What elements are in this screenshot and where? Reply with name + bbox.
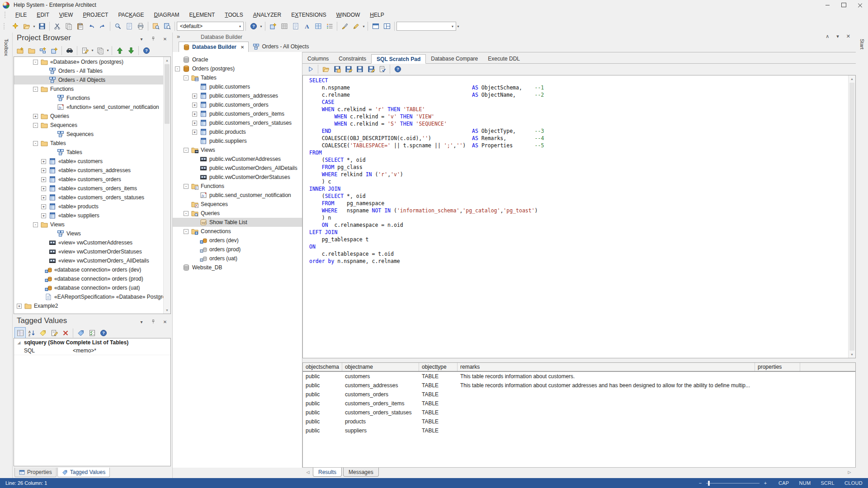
result-row[interactable]: publiccustomers_ordersTABLE: [303, 390, 855, 399]
dbbuilder-tree-item[interactable]: Website_DB: [173, 263, 302, 272]
dbbuilder-tree-item[interactable]: Oracle: [173, 55, 302, 64]
collapse-icon[interactable]: -: [33, 60, 38, 65]
dbbuilder-tree-item[interactable]: -Connections: [173, 227, 302, 236]
project-tree-item[interactable]: «database connection» orders (dev): [14, 265, 170, 274]
pin-icon[interactable]: [150, 319, 156, 325]
panel-menu-icon[interactable]: ▾: [138, 319, 145, 325]
expand-icon[interactable]: +: [17, 304, 22, 309]
collapse-icon[interactable]: -: [33, 222, 38, 227]
text-style-button[interactable]: A: [301, 21, 312, 32]
tab-results[interactable]: Results: [313, 468, 342, 477]
subtab-database-compare[interactable]: Database Compare: [426, 54, 483, 63]
dbbuilder-tree-item[interactable]: -Orders (postgres): [173, 64, 302, 73]
perspective-combobox[interactable]: <default> ▾: [177, 22, 244, 31]
copy-button[interactable]: [63, 21, 74, 32]
result-row[interactable]: publicsuppliersTABLE: [303, 426, 855, 435]
pin-icon[interactable]: [150, 36, 156, 42]
new-diagram-button[interactable]: [37, 45, 48, 56]
project-tree-item[interactable]: «EAReportSpecification» «Database» Postg…: [14, 292, 170, 301]
collapse-icon[interactable]: -: [33, 87, 38, 92]
collapse-icon[interactable]: -: [184, 211, 189, 216]
new-tag-button[interactable]: [37, 327, 48, 338]
dbbuilder-tree-item[interactable]: public.vwCustomerAddresses: [173, 155, 302, 164]
dbbuilder-tree-item[interactable]: Sequences: [173, 200, 302, 209]
layout-button[interactable]: [381, 21, 392, 32]
dbbuilder-tree-item[interactable]: +public.customers_orders: [173, 100, 302, 109]
notes-button[interactable]: [290, 21, 301, 32]
browser-help-button[interactable]: ?: [141, 45, 152, 56]
open-sql-button[interactable]: [320, 64, 331, 75]
subtab-sql-scratch-pad[interactable]: SQL Scratch Pad: [371, 54, 426, 64]
tab-orders-all-objects[interactable]: Orders - All Objects: [249, 41, 313, 52]
sort-button[interactable]: AZ: [26, 327, 37, 338]
project-tree-item[interactable]: +«table» customers: [14, 157, 170, 166]
expand-icon[interactable]: +: [192, 94, 197, 99]
save-as-query-button[interactable]: [343, 64, 354, 75]
project-tree-item[interactable]: Sequences: [14, 130, 170, 139]
duplicate-button[interactable]: [94, 45, 106, 56]
tab-messages[interactable]: Messages: [343, 468, 379, 477]
caption-close-icon[interactable]: ✕: [846, 33, 850, 39]
open-dropdown-arrow[interactable]: ▾: [32, 24, 36, 28]
project-tree-item[interactable]: -Views: [14, 220, 170, 229]
new-element-button[interactable]: [267, 21, 278, 32]
dbbuilder-tree-item[interactable]: +public.customers_orders_items: [173, 109, 302, 118]
dock-tab-properties[interactable]: Properties: [14, 468, 57, 477]
edit-tag-button[interactable]: [48, 327, 60, 338]
column-header-objectschema[interactable]: objectschema: [303, 363, 342, 371]
expand-icon[interactable]: +: [41, 213, 46, 218]
zoom-slider[interactable]: [706, 483, 760, 483]
result-row[interactable]: publicproductsTABLE: [303, 417, 855, 426]
dbbuilder-tree-item[interactable]: sqlShow Table List: [173, 218, 302, 227]
open-project-button[interactable]: [21, 21, 32, 32]
subtab-execute-ddl[interactable]: Execute DDL: [483, 54, 525, 63]
menu-item-file[interactable]: FILE: [10, 10, 32, 19]
zoom-in-icon[interactable]: +: [762, 480, 769, 486]
panel-close-icon[interactable]: ✕: [162, 36, 168, 42]
dbbuilder-tree-item[interactable]: -Views: [173, 145, 302, 155]
project-tree-item[interactable]: Views: [14, 229, 170, 238]
menu-item-view[interactable]: VIEW: [54, 10, 78, 19]
relationship-matrix-button[interactable]: [312, 21, 324, 32]
column-header-objectname[interactable]: objectname: [342, 363, 419, 371]
project-tree-item[interactable]: Tables: [14, 148, 170, 157]
run-query-button[interactable]: [305, 64, 316, 75]
project-tree-item[interactable]: Orders - All Tables: [14, 66, 170, 75]
project-tree-item[interactable]: +«table» customers_orders_statuses: [14, 193, 170, 202]
project-tree-item[interactable]: +«table» customers_orders: [14, 175, 170, 184]
menu-item-tools[interactable]: TOOLS: [220, 10, 248, 19]
dbbuilder-tree-item[interactable]: orders (prod): [173, 245, 302, 254]
start-tab[interactable]: Start: [859, 39, 865, 49]
collapse-icon[interactable]: -: [184, 229, 189, 234]
column-header-remarks[interactable]: remarks: [458, 363, 755, 371]
tags-button[interactable]: [75, 327, 86, 338]
project-tree-item[interactable]: «database connection» orders (prod): [14, 274, 170, 283]
search-button[interactable]: [112, 21, 123, 32]
project-tree-item[interactable]: «view» vwCustomerOrders_AllDetails: [14, 256, 170, 265]
project-tree-item[interactable]: -Sequences: [14, 121, 170, 130]
expand-icon[interactable]: +: [41, 177, 46, 182]
dbbuilder-tree-item[interactable]: public.vwCustomerOrderStatuses: [173, 173, 302, 182]
minimize-button[interactable]: [819, 0, 835, 10]
tag-value[interactable]: <memo>*: [73, 347, 96, 354]
find-in-browser-button[interactable]: [64, 45, 75, 56]
cut-button[interactable]: [52, 21, 63, 32]
tag-checklist-button[interactable]: [86, 327, 98, 338]
scroll-up-icon[interactable]: ▲: [849, 75, 855, 82]
expand-icon[interactable]: +: [41, 168, 46, 173]
new-element-button[interactable]: [48, 45, 60, 56]
tab-close-icon[interactable]: ✕: [241, 45, 244, 50]
collapse-icon[interactable]: -: [33, 141, 38, 146]
toolbar-overflow-arrow[interactable]: ▾: [456, 24, 460, 28]
paste-button[interactable]: [74, 21, 85, 32]
tagged-value-group[interactable]: ◢ sqlquery (Show Complete List of Tables…: [14, 338, 170, 347]
save-result-button[interactable]: [331, 64, 343, 75]
result-row[interactable]: publiccustomers_orders_statusesTABLE: [303, 408, 855, 417]
matrix-button[interactable]: [278, 21, 290, 32]
dbbuilder-tree-item[interactable]: +public.customers_addresses: [173, 91, 302, 100]
result-row[interactable]: publiccustomers_addressesTABLEThis table…: [303, 381, 855, 390]
dropdown-arrow[interactable]: ▾: [106, 48, 110, 52]
dbbuilder-tree-item[interactable]: -Tables: [173, 73, 302, 82]
dbbuilder-tree-item[interactable]: public.vwCustomerOrders_AllDetails: [173, 164, 302, 173]
collapse-icon[interactable]: -: [184, 184, 189, 189]
